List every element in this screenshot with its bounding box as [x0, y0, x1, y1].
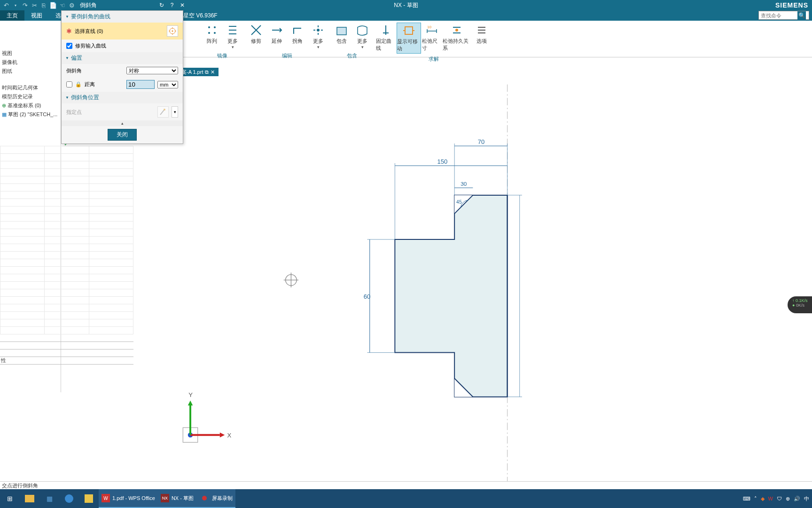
options-button[interactable]: 选项	[472, 23, 492, 54]
relax-dim-button[interactable]: 10 松弛尺寸	[422, 23, 442, 54]
svg-marker-37	[188, 401, 193, 405]
paste-icon[interactable]: 📄	[49, 1, 57, 9]
dialog-help-icon[interactable]: ?	[168, 1, 176, 9]
dim-60[interactable]: 60	[364, 293, 371, 300]
extend-button[interactable]: 延伸	[267, 23, 287, 50]
trim-button[interactable]: 修剪	[246, 23, 266, 50]
svg-point-8	[455, 29, 458, 32]
tray-ime-label[interactable]: 中	[804, 495, 809, 502]
svg-rect-6	[405, 27, 413, 34]
solve-group-label: 求解	[429, 56, 439, 63]
more-button-3[interactable]: 更多 ▾	[352, 23, 372, 50]
undo-icon[interactable]: ↶	[2, 1, 10, 9]
svg-point-3	[208, 32, 210, 34]
tree-item-camera[interactable]: 摄像机	[0, 58, 61, 67]
relax-rel-button[interactable]: 松弛持久关系	[443, 23, 471, 54]
dialog-reset-icon[interactable]: ↻	[158, 1, 165, 9]
dialog-section-curves[interactable]: 要倒斜角的曲线	[62, 11, 183, 23]
dim-150[interactable]: 150	[437, 158, 448, 165]
tab-close-icon[interactable]: ✕	[211, 69, 215, 75]
redo-icon[interactable]: ↷	[21, 1, 29, 9]
include-group-label: 包含	[347, 52, 357, 59]
include-button[interactable]: 包含	[332, 23, 351, 50]
dialog-section-location[interactable]: 倒斜角位置	[62, 92, 183, 103]
taskbar-explorer[interactable]	[20, 489, 39, 508]
undo-dropdown-icon[interactable]: ▾	[11, 1, 20, 9]
tray-app-icon[interactable]: ◆	[761, 496, 765, 502]
tray-chevron-icon[interactable]: ˄	[754, 496, 757, 502]
tray-app-icon[interactable]: W	[768, 496, 773, 501]
svg-point-2	[214, 26, 216, 28]
dialog-title-text: 倒斜角	[80, 1, 97, 9]
dim-70[interactable]: 70	[478, 138, 485, 145]
tree-item-history[interactable]: 模型历史记录	[0, 92, 61, 101]
point-picker-icon[interactable]	[157, 106, 169, 118]
cut-icon[interactable]: ✂	[30, 1, 39, 9]
sketch-geometry[interactable]	[395, 195, 507, 397]
lock-icon[interactable]: 🔒	[75, 81, 82, 87]
select-line-row[interactable]: ✱ 选择直线 (0)	[62, 23, 183, 40]
menu-home[interactable]: 主页	[0, 10, 24, 21]
svg-text:10: 10	[427, 25, 431, 29]
edit-group-label: 编辑	[282, 52, 292, 59]
dialog-collapse-toggle[interactable]: ▴	[62, 120, 183, 126]
movable-button[interactable]: 显示可移动	[397, 23, 421, 54]
svg-point-4	[214, 32, 216, 34]
tab-detach-icon[interactable]: ⧉	[205, 69, 209, 75]
array-button[interactable]: 阵列	[202, 23, 222, 50]
taskbar-nx[interactable]: NX NX - 草图	[158, 489, 196, 508]
copy-icon[interactable]: ⎘	[39, 1, 48, 9]
graphics-canvas[interactable]: 70 150 30 45 60 X	[136, 76, 812, 499]
trim-input-label: 修剪输入曲线	[75, 42, 178, 49]
tree-item-drawing[interactable]: 图纸	[0, 67, 61, 76]
svg-text:X: X	[227, 432, 231, 439]
dialog-section-offset[interactable]: 偏置	[62, 52, 183, 64]
dim-45[interactable]: 45	[456, 199, 462, 205]
tray-volume-icon[interactable]: 🔊	[794, 496, 800, 502]
tray-keyboard-icon[interactable]: ⌨	[743, 496, 750, 502]
selection-target-icon[interactable]	[167, 25, 178, 37]
more-button-1[interactable]: 更多 ▾	[223, 23, 242, 50]
tray-network-icon[interactable]: ⊕	[786, 496, 790, 502]
touch-icon[interactable]: ☜	[58, 1, 67, 9]
distance-lock-checkbox[interactable]	[66, 81, 72, 87]
distance-input[interactable]	[126, 80, 155, 89]
search-box[interactable]: 🔍	[758, 11, 809, 20]
dialog-close-button[interactable]: 关闭	[108, 129, 137, 141]
specify-point-label: 指定点	[66, 109, 155, 116]
system-tray[interactable]: ⌨ ˄ ◆ W 🛡 ⊕ 🔊 中	[743, 495, 812, 502]
search-icon[interactable]: 🔍	[797, 11, 806, 20]
menu-view[interactable]: 视图	[24, 10, 49, 21]
chamfer-type-select[interactable]: 对称	[126, 67, 178, 74]
taskbar-browser[interactable]	[59, 489, 79, 508]
settings-icon[interactable]: ⚙	[68, 1, 76, 9]
taskbar-recorder[interactable]: 屏幕录制	[196, 489, 235, 508]
more-button-2[interactable]: 更多 ▾	[308, 23, 328, 50]
corner-button[interactable]: 拐角	[288, 23, 307, 50]
fixed-curve-button[interactable]: 固定曲线	[376, 23, 396, 54]
point-dropdown-icon[interactable]: ▾	[172, 106, 178, 118]
network-speed-widget: ↑ 0.1K/s ● 0K/s	[788, 296, 812, 313]
svg-point-10	[172, 31, 173, 32]
tray-security-icon[interactable]: 🛡	[777, 496, 782, 501]
dim-30[interactable]: 30	[461, 181, 467, 187]
svg-point-1	[208, 26, 210, 28]
svg-point-39	[65, 494, 73, 503]
coordinate-triad: X Y	[183, 391, 231, 443]
tree-item-datum[interactable]: ⊕基准坐标系 (0)	[0, 101, 61, 110]
tree-item-timestamp[interactable]: 时间戳记几何体	[0, 83, 61, 92]
distance-unit-select[interactable]: mm	[157, 81, 178, 88]
search-input[interactable]	[759, 13, 797, 18]
tree-item-view[interactable]: 视图	[0, 49, 61, 58]
brand-label: SIEMENS	[775, 1, 808, 9]
version-label: 星空 V6.936F	[183, 10, 218, 21]
taskbar-notes[interactable]	[79, 489, 99, 508]
dialog-close-icon[interactable]: ✕	[179, 1, 186, 9]
svg-marker-34	[220, 433, 225, 437]
trim-input-checkbox[interactable]	[66, 43, 72, 49]
tree-item-sketch[interactable]: ▦草图 (2) "SKETCH_...	[0, 110, 61, 119]
taskbar-wps[interactable]: W 1.pdf - WPS Office	[99, 489, 158, 508]
taskbar-calc[interactable]: ▦	[39, 489, 59, 508]
windows-taskbar: ⊞ ▦ W 1.pdf - WPS Office NX NX - 草图 屏幕录制…	[0, 489, 812, 508]
start-button[interactable]: ⊞	[0, 489, 20, 508]
